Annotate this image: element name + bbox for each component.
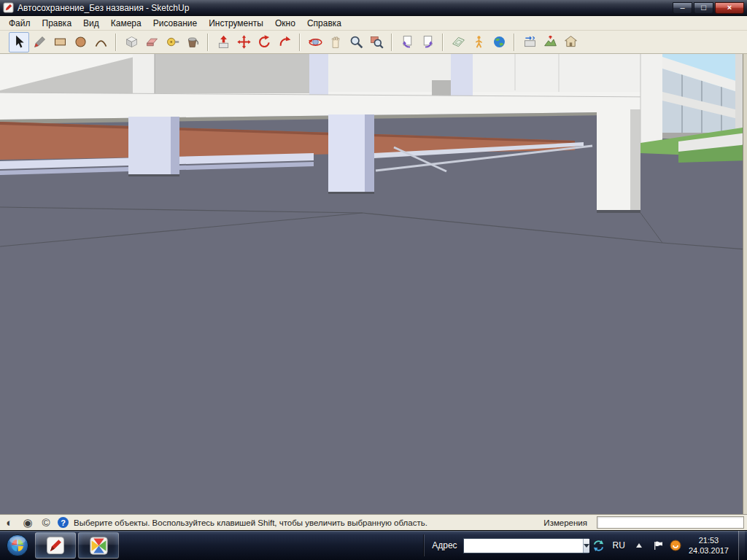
offset-icon — [277, 34, 293, 50]
menu-view[interactable]: Вид — [77, 17, 105, 30]
viewport[interactable] — [0, 54, 747, 514]
start-button[interactable] — [2, 532, 33, 559]
tool-zoom-extents-button[interactable] — [366, 32, 387, 52]
tool-tape-measure-button[interactable] — [162, 32, 182, 52]
maximize-button[interactable]: □ — [694, 2, 713, 14]
tool-move-button[interactable] — [233, 32, 254, 52]
refresh-arrows-icon — [592, 540, 605, 552]
toolbar-separator — [442, 34, 444, 51]
toggle-terrain-icon — [543, 34, 558, 50]
window-title: Автосохранение_Без названия - SketchUp — [18, 3, 189, 13]
address-band-label: Адрес — [427, 540, 460, 551]
address-dropdown-button[interactable] — [583, 539, 589, 553]
help-icon[interactable]: ? — [58, 517, 69, 528]
menu-draw[interactable]: Рисование — [147, 17, 203, 30]
measurements-input[interactable] — [597, 516, 744, 529]
eraser-icon — [144, 34, 160, 50]
get-current-view-icon — [522, 34, 538, 50]
make-component-icon — [124, 34, 139, 50]
walk-icon — [471, 34, 487, 50]
tool-eraser-button[interactable] — [142, 32, 162, 52]
taskbar-separator — [423, 534, 425, 556]
select-icon — [12, 34, 27, 50]
tape-measure-icon — [165, 34, 180, 50]
tool-circle-button[interactable] — [70, 32, 90, 52]
tool-offset-button[interactable] — [274, 32, 295, 52]
move-icon — [236, 34, 252, 50]
tool-push-pull-button[interactable] — [213, 32, 233, 52]
language-indicator[interactable]: RU — [609, 540, 629, 551]
address-input[interactable] — [464, 539, 583, 553]
show-hidden-icons-button[interactable] — [631, 537, 647, 554]
toolbar-separator — [115, 34, 117, 51]
menu-window[interactable]: Окно — [269, 17, 301, 30]
menu-camera[interactable]: Камера — [105, 17, 147, 30]
chevron-up-icon — [635, 542, 643, 549]
window-controls: – □ × — [673, 2, 744, 14]
geolocation-status-icon[interactable]: ◐ — [3, 517, 16, 528]
tray-app-button[interactable] — [667, 537, 684, 554]
action-center-button[interactable] — [649, 537, 665, 554]
tool-line-button[interactable] — [29, 32, 50, 52]
circle-icon — [73, 34, 88, 50]
address-go-button[interactable] — [591, 537, 607, 554]
menu-file[interactable]: Файл — [3, 17, 36, 30]
colorful-app-icon — [89, 536, 109, 556]
next-icon — [420, 34, 436, 50]
model-scene[interactable] — [0, 54, 747, 514]
tool-paint-bucket-button[interactable] — [182, 32, 203, 52]
statusbar: ◐ ◉ © ? Выберите объекты. Воспользуйтесь… — [0, 514, 747, 530]
sketchup-app-icon — [45, 535, 66, 556]
previous-icon — [400, 34, 415, 50]
toolbar-separator — [207, 34, 209, 51]
orange-circle-icon — [670, 540, 681, 551]
tool-previous-button[interactable] — [397, 32, 417, 52]
tool-section-plane-button[interactable] — [448, 32, 468, 52]
clock-time: 21:53 — [699, 535, 719, 545]
tool-pan-button[interactable] — [325, 32, 346, 52]
chevron-down-icon — [584, 544, 589, 548]
menu-help[interactable]: Справка — [301, 17, 347, 30]
toolbar-tools — [1, 31, 581, 53]
tool-orbit-button[interactable] — [305, 32, 325, 52]
rectangle-icon — [53, 34, 68, 50]
clock-date: 24.03.2017 — [689, 545, 729, 556]
tool-select-button[interactable] — [9, 32, 29, 52]
tool-rotate-button[interactable] — [254, 32, 274, 52]
tool-arc-button[interactable] — [90, 32, 111, 52]
credits-status-icon[interactable]: © — [39, 517, 53, 528]
tool-google-earth-button[interactable] — [489, 32, 509, 52]
tool-walk-button[interactable] — [468, 32, 489, 52]
status-hint-text: Выберите объекты. Воспользуйтесь клавише… — [74, 518, 427, 527]
push-pull-icon — [216, 34, 231, 50]
tool-toggle-terrain-button[interactable] — [540, 32, 560, 52]
flag-icon — [651, 540, 663, 551]
tool-make-component-button[interactable] — [121, 32, 142, 52]
sketchup-logo-icon — [3, 2, 14, 13]
tool-place-model-button[interactable] — [560, 32, 581, 52]
section-plane-icon — [451, 34, 466, 50]
paint-bucket-icon — [185, 34, 201, 50]
tool-rectangle-button[interactable] — [50, 32, 70, 52]
show-desktop-button[interactable] — [738, 531, 745, 560]
tool-get-current-view-button[interactable] — [519, 32, 540, 52]
tool-zoom-button[interactable] — [346, 32, 366, 52]
taskbar-app-2-button[interactable] — [78, 532, 119, 559]
tool-next-button[interactable] — [417, 32, 438, 52]
zoom-extents-icon — [369, 34, 384, 50]
titlebar: Автосохранение_Без названия - SketchUp –… — [0, 0, 747, 16]
toolbar-separator — [391, 34, 392, 51]
close-button[interactable]: × — [715, 2, 744, 14]
taskbar-clock[interactable]: 21:53 24.03.2017 — [686, 535, 735, 556]
arc-icon — [93, 34, 109, 50]
taskbar-app-sketchup-button[interactable] — [35, 532, 76, 559]
menu-tools[interactable]: Инструменты — [203, 17, 269, 30]
address-combobox — [463, 538, 589, 553]
model-info-status-icon[interactable]: ◉ — [21, 517, 34, 528]
menubar: Файл Правка Вид Камера Рисование Инструм… — [0, 16, 747, 31]
line-icon — [32, 34, 47, 50]
menu-edit[interactable]: Правка — [36, 17, 78, 30]
pan-icon — [328, 34, 344, 50]
minimize-button[interactable]: – — [673, 2, 692, 14]
google-earth-icon — [492, 34, 507, 50]
